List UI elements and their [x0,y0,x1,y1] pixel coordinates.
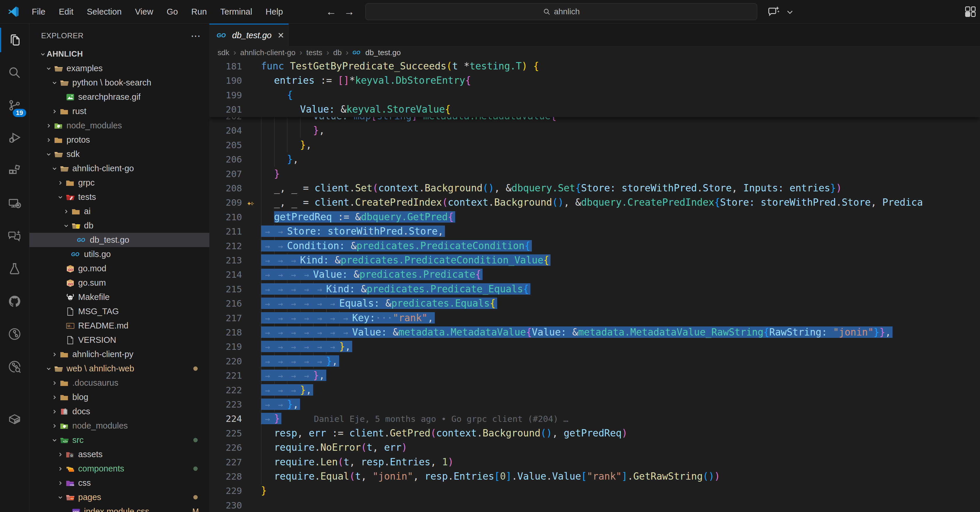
copilot-sparkle-icon[interactable]: ✦✧ [247,196,253,211]
tree-item-go-sum[interactable]: GOgo.sum [29,276,209,290]
tab-close-icon[interactable]: ✕ [277,30,284,40]
breadcrumb-item-ahnlich-client-go[interactable]: ahnlich-client-go [240,48,295,57]
menu-view[interactable]: View [128,3,160,20]
chevron-open-icon[interactable] [45,151,52,158]
sticky-line-190[interactable]: 190entries := []*keyval.DbStoreEntry{ [209,73,980,88]
code-line-215[interactable]: 215→→→→→Kind: &predicates.Predicate_Equa… [209,282,980,297]
tree-item-version[interactable]: VERSION [29,333,209,347]
chevron-closed-icon[interactable] [45,123,52,129]
activity-copilot-chat-icon[interactable] [0,220,29,252]
chevron-closed-icon[interactable] [51,108,58,115]
nav-forward-button[interactable]: → [344,6,355,18]
chevron-closed-icon[interactable] [45,137,52,143]
breadcrumb-item-tests[interactable]: tests [306,48,322,57]
tree-item-index-module-css[interactable]: CSSindex.module.cssM [29,504,209,512]
tree-item-ahnlich-client-go[interactable]: ahnlich-client-go [29,161,209,175]
code-line-224[interactable]: 224→}Daniel Eje, 5 months ago • Go grpc … [209,412,980,426]
tree-item-src[interactable]: </>src [29,433,209,447]
code-line-223[interactable]: 223→→}, [209,397,980,412]
tree-item-ahnlich-client-py[interactable]: ahnlich-client-py [29,347,209,362]
tree-item-css[interactable]: CSScss [29,476,209,490]
tree-item-node-modules[interactable]: JSnode_modules [29,118,209,133]
breadcrumb-item-db[interactable]: db [333,48,342,57]
chevron-open-icon[interactable] [45,365,52,372]
tree-item-readme-md[interactable]: M↓README.md [29,319,209,333]
code-line-206[interactable]: 206}, [209,152,980,167]
activity-search-icon[interactable] [0,56,29,89]
code-line-227[interactable]: 227require.Len(t, resp.Entries, 1) [209,455,980,469]
tree-item-ahnlich[interactable]: AHNLICH [29,47,209,61]
activity-explorer-icon[interactable] [0,24,29,56]
tree-item-assets[interactable]: ⚙assets [29,447,209,461]
customize-layout-icon[interactable] [964,5,977,18]
command-center-search[interactable]: ahnlich [365,3,757,20]
code-line-212[interactable]: 212→→Condition: &predicates.PredicateCon… [209,239,980,253]
tree-item-msg-tag[interactable]: MSG_TAG [29,304,209,319]
activity-commit-graph-icon[interactable] [0,350,29,383]
tab-db-test-go[interactable]: GO db_test.go ✕ [209,24,289,46]
code-line-211[interactable]: 211→→Store: storeWithPred.Store, [209,224,980,239]
chevron-closed-icon[interactable] [57,451,64,458]
chevron-open-icon[interactable] [62,223,70,229]
tree-item-searchphrase-gif[interactable]: searchphrase.gif [29,90,209,104]
chevron-open-icon[interactable] [51,437,58,443]
tree-item-pages[interactable]: <>pages [29,490,209,504]
chevron-open-icon[interactable] [51,166,58,172]
tree-item-web-ahnlich-web[interactable]: web \ ahnlich-web [29,362,209,376]
tree-item-utils-go[interactable]: GOutils.go [29,247,209,262]
activity-remote-explorer-icon[interactable] [0,187,29,220]
chevron-closed-icon[interactable] [51,423,58,429]
activity-testing-icon[interactable] [0,252,29,285]
code-line-216[interactable]: 216→→→→→→Equals: &predicates.Equals{ [209,296,980,311]
tree-item-components[interactable]: components [29,461,209,476]
chevron-open-icon[interactable] [51,80,58,86]
explorer-more-actions-button[interactable]: ⋯ [191,34,200,37]
tree-item-python-book-search[interactable]: python \ book-search [29,75,209,90]
tree-item-db-test-go[interactable]: GOdb_test.go [29,233,209,247]
menu-help[interactable]: Help [259,3,290,20]
tree-item-node-modules[interactable]: JSnode_modules [29,419,209,433]
code-line-209[interactable]: 209_, _ = client.CreatePredIndex(context… [209,195,980,210]
code-line-228[interactable]: 228require.Equal(t, "jonin", resp.Entrie… [209,469,980,484]
breadcrumb-item-sdk[interactable]: sdk [218,48,229,57]
tree-item--docusaurus[interactable]: .docusaurus [29,376,209,390]
tree-item-grpc[interactable]: grpc [29,175,209,190]
chevron-down-icon[interactable] [786,8,794,16]
code-line-214[interactable]: 214→→→→Value: &predicates.Predicate{ [209,267,980,282]
code-line-204[interactable]: 204}, [209,123,980,138]
tree-item-makefile[interactable]: Makefile [29,290,209,304]
code-line-219[interactable]: 219→→→→→→}, [209,339,980,354]
sticky-line-199[interactable]: 199{ [209,88,980,102]
code-line-226[interactable]: 226require.NoError(t, err) [209,440,980,455]
code-line-207[interactable]: 207} [209,167,980,181]
menu-go[interactable]: Go [160,3,185,20]
code-line-222[interactable]: 222→→→}, [209,383,980,397]
code-line-205[interactable]: 205}, [209,138,980,152]
chevron-open-icon[interactable] [45,65,52,72]
code-line-218[interactable]: 218→→→→→→→Value: &metadata.MetadataValue… [209,325,980,340]
tree-item-tests[interactable]: tests [29,190,209,204]
chevron-open-icon[interactable] [39,51,47,57]
tree-item-protos[interactable]: protos [29,133,209,147]
activity-extensions-icon[interactable] [0,154,29,187]
menu-file[interactable]: File [25,3,52,20]
code-editor[interactable]: 202Value: map[string]*metadata.MetadataV… [209,59,980,512]
tree-item-docs[interactable]: docs [29,404,209,419]
tree-item-db[interactable]: db [29,219,209,233]
tree-item-sdk[interactable]: sdk [29,147,209,161]
code-line-208[interactable]: 208_, _ = client.Set(context.Background(… [209,181,980,195]
menu-terminal[interactable]: Terminal [213,3,259,20]
code-line-221[interactable]: 221→→→→}, [209,368,980,383]
sticky-line-181[interactable]: 181func TestGetByPredicate_Succeeds(t *t… [209,59,980,73]
chevron-closed-icon[interactable] [57,480,64,486]
tree-item-examples[interactable]: examples [29,61,209,75]
chevron-closed-icon[interactable] [51,394,58,400]
copilot-chat-icon[interactable] [767,5,780,18]
chevron-open-icon[interactable] [57,194,64,201]
chevron-closed-icon[interactable] [57,466,64,472]
tree-item-go-mod[interactable]: GOgo.mod [29,262,209,276]
chevron-open-icon[interactable] [57,494,64,501]
chevron-closed-icon[interactable] [51,408,58,415]
menu-edit[interactable]: Edit [52,3,80,20]
menu-selection[interactable]: Selection [80,3,128,20]
